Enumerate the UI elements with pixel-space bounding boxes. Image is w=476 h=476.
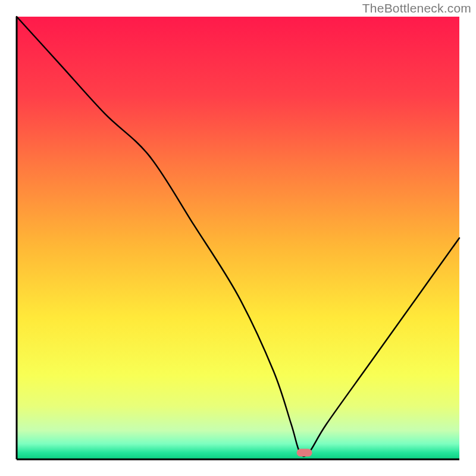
bottleneck-chart [0, 0, 476, 476]
watermark-text: TheBottleneck.com [362, 1, 471, 15]
optimal-marker [297, 449, 312, 456]
bottleneck-chart-container: { "watermark": "TheBottleneck.com", "cha… [0, 0, 476, 476]
plot-background [17, 17, 459, 459]
